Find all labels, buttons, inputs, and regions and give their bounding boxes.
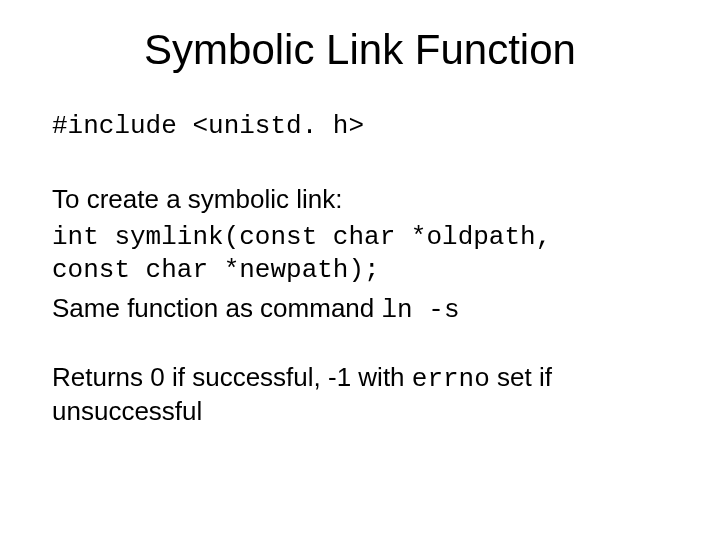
- slide-body: #include <unistd. h> To create a symboli…: [52, 110, 672, 428]
- prototype-line-1: int symlink(const char *oldpath,: [52, 221, 672, 254]
- slide: Symbolic Link Function #include <unistd.…: [0, 0, 720, 540]
- errno-text: errno: [412, 364, 490, 394]
- returns-prefix: Returns 0 if successful, -1 with: [52, 362, 412, 392]
- returns-line: Returns 0 if successful, -1 with errno s…: [52, 361, 672, 428]
- ln-command: ln -s: [382, 295, 460, 325]
- intro-text: To create a symbolic link:: [52, 183, 672, 216]
- slide-title: Symbolic Link Function: [0, 26, 720, 74]
- include-directive: #include <unistd. h>: [52, 110, 672, 143]
- spacer: [52, 327, 672, 361]
- prototype-line-2: const char *newpath);: [52, 254, 672, 287]
- spacer: [52, 143, 672, 183]
- same-function-prefix: Same function as command: [52, 293, 382, 323]
- same-function-line: Same function as command ln -s: [52, 292, 672, 327]
